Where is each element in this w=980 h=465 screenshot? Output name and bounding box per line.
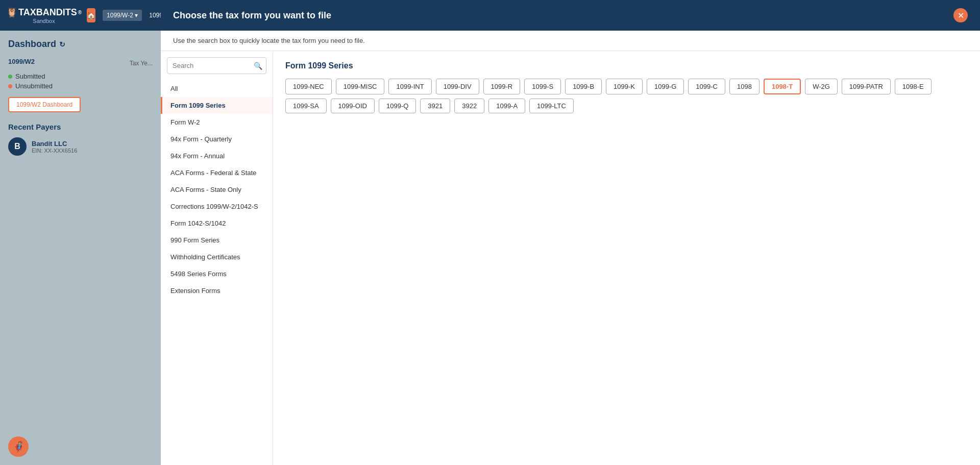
search-input[interactable] — [167, 57, 266, 74]
logo-text: 🦉 TAXBANDITS® — [6, 7, 82, 18]
menu-item-aca-state[interactable]: ACA Forms - State Only — [161, 181, 273, 198]
top-nav: 🦉 TAXBANDITS® Sandbox 🏠 1099/W-2 ▾ 1099 … — [0, 0, 161, 31]
unsubmitted-label: Unsubmitted — [15, 82, 53, 90]
sidebar-content: Dashboard ↻ 1099/W2 Tax Ye... Submitted … — [0, 31, 161, 164]
payer-name: Bandit LLC — [32, 140, 77, 148]
app-registered: ® — [78, 10, 82, 15]
left-panel: 🔍 All Form 1099 Series Form W-2 94x Form… — [161, 51, 273, 465]
form-tag-3921[interactable]: 3921 — [420, 99, 450, 113]
menu-item-1042[interactable]: Form 1042-S/1042 — [161, 215, 273, 232]
form-tag-1099-ltc[interactable]: 1099-LTC — [529, 99, 574, 113]
form-tag-1099-g[interactable]: 1099-G — [647, 79, 684, 94]
search-box: 🔍 — [167, 57, 266, 74]
modal: Choose the tax form you want to file ✕ U… — [161, 0, 980, 465]
logo-icon: 🦉 — [6, 7, 17, 18]
form-tag-3922[interactable]: 3922 — [454, 99, 484, 113]
menu-item-1099[interactable]: Form 1099 Series — [161, 97, 273, 114]
right-panel: Form 1099 Series 1099-NEC 1099-MISC 1099… — [273, 51, 980, 465]
modal-close-button[interactable]: ✕ — [953, 8, 968, 22]
tax-year-row: 1099/W2 Tax Ye... — [8, 58, 153, 68]
modal-subtitle: Use the search box to quickly locate the… — [161, 31, 980, 51]
form-tag-1099-q[interactable]: 1099-Q — [379, 99, 416, 113]
form-tag-1099-sa[interactable]: 1099-SA — [285, 99, 327, 113]
section-label: 1099/W2 — [8, 58, 35, 65]
menu-item-extension[interactable]: Extension Forms — [161, 282, 273, 299]
form-tag-1099-k[interactable]: 1099-K — [606, 79, 643, 94]
form-tag-1098-e[interactable]: 1098-E — [895, 79, 932, 94]
menu-item-all[interactable]: All — [161, 80, 273, 97]
unsubmitted-dot — [8, 84, 12, 88]
logo-area: 🦉 TAXBANDITS® Sandbox — [6, 7, 82, 24]
form-tag-1099-r[interactable]: 1099-R — [483, 79, 521, 94]
menu-item-corrections[interactable]: Corrections 1099/W-2/1042-S — [161, 198, 273, 215]
submitted-row: Submitted — [8, 72, 153, 80]
payer-avatar: B — [8, 137, 27, 156]
user-avatar[interactable]: 🦸 — [8, 436, 29, 457]
payer-info: Bandit LLC EIN: XX-XXX6516 — [32, 140, 77, 154]
form-tag-1098[interactable]: 1098 — [729, 79, 760, 94]
modal-title: Choose the tax form you want to file — [173, 10, 331, 21]
form-tags-row2: 1099-SA 1099-OID 1099-Q 3921 3922 1099-A… — [285, 99, 968, 113]
menu-item-withholding[interactable]: Withholding Certificates — [161, 249, 273, 265]
app-name: TAXBANDITS — [18, 7, 77, 18]
form-tag-1099-misc[interactable]: 1099-MISC — [336, 79, 385, 94]
menu-item-990[interactable]: 990 Form Series — [161, 232, 273, 249]
form-tag-1099-patr[interactable]: 1099-PATR — [842, 79, 891, 94]
menu-item-w2[interactable]: Form W-2 — [161, 114, 273, 131]
form-tag-w2g[interactable]: W-2G — [805, 79, 838, 94]
form-tag-1099-nec[interactable]: 1099-NEC — [285, 79, 332, 94]
modal-body: 🔍 All Form 1099 Series Form W-2 94x Form… — [161, 51, 980, 465]
menu-item-94x-quarterly[interactable]: 94x Form - Quarterly — [161, 131, 273, 148]
sandbox-label: Sandbox — [6, 18, 82, 24]
form-tag-1099-oid[interactable]: 1099-OID — [331, 99, 375, 113]
form-tag-1098-t[interactable]: 1098-T — [764, 79, 801, 94]
unsubmitted-row: Unsubmitted — [8, 82, 153, 90]
submitted-label: Submitted — [15, 72, 45, 80]
form-tag-1099-s[interactable]: 1099-S — [524, 79, 561, 94]
payer-ein: EIN: XX-XXX6516 — [32, 148, 77, 154]
submitted-dot — [8, 75, 12, 79]
form-tag-1099-div[interactable]: 1099-DIV — [436, 79, 479, 94]
dashboard-button[interactable]: 1099/W2 Dashboard — [8, 97, 81, 112]
payer-row: B Bandit LLC EIN: XX-XXX6516 — [8, 137, 153, 156]
form-tag-1099-c[interactable]: 1099-C — [688, 79, 725, 94]
menu-item-aca-federal[interactable]: ACA Forms - Federal & State — [161, 164, 273, 181]
menu-item-5498[interactable]: 5498 Series Forms — [161, 265, 273, 282]
form-tag-1099-a[interactable]: 1099-A — [488, 99, 525, 113]
sidebar: 🦉 TAXBANDITS® Sandbox 🏠 1099/W-2 ▾ 1099 … — [0, 0, 161, 465]
refresh-icon[interactable]: ↻ — [59, 40, 65, 48]
menu-item-94x-annual[interactable]: 94x Form - Annual — [161, 148, 273, 164]
form-tag-1099-b[interactable]: 1099-B — [565, 79, 602, 94]
home-icon[interactable]: 🏠 — [87, 8, 95, 22]
modal-header: Choose the tax form you want to file ✕ — [161, 0, 980, 31]
form-tag-1099-int[interactable]: 1099-INT — [388, 79, 431, 94]
dashboard-label: Dashboard — [8, 39, 56, 50]
nav-item-1099w2[interactable]: 1099/W-2 ▾ — [103, 10, 142, 21]
tax-year-value: Tax Ye... — [130, 60, 153, 67]
search-icon-button[interactable]: 🔍 — [254, 62, 262, 70]
recent-payers-title: Recent Payers — [8, 123, 153, 131]
form-tags-row1: 1099-NEC 1099-MISC 1099-INT 1099-DIV 109… — [285, 79, 968, 94]
series-title: Form 1099 Series — [285, 61, 968, 70]
dashboard-title: Dashboard ↻ — [8, 39, 153, 50]
